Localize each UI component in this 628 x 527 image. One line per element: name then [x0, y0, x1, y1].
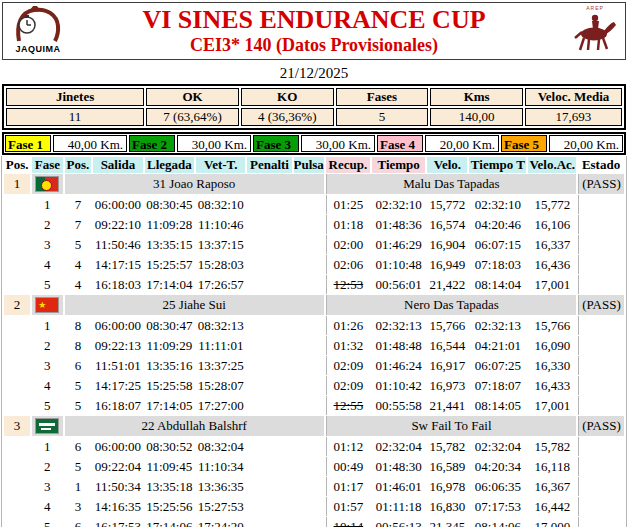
rider-row: 131 Joao RaposoMalu Das Tapadas(PASS) [4, 174, 624, 194]
phase-velo: 16,589 [427, 457, 467, 476]
phase-velo: 16,978 [427, 477, 467, 496]
phase-tiempo-total: 07:18:03 [469, 255, 526, 274]
phase-blank-pos [4, 396, 30, 415]
phase-recup: 12:55 [326, 396, 370, 415]
phase-number: 3 [32, 356, 62, 375]
rider-row: 322 Abdullah BalshrfSw Fail To Fail(PASS… [4, 416, 624, 436]
phase-pulsa [294, 195, 324, 214]
phase-tiempo-total: 07:17:53 [469, 497, 526, 516]
phase-salida: 11:50:34 [93, 477, 142, 496]
phase-recup: 01:32 [326, 336, 370, 355]
rider-flag-cell [32, 174, 62, 194]
phase-velo-acumulada: 16,330 [528, 356, 576, 375]
phase-salida: 09:22:10 [93, 215, 142, 234]
phase-pulsa [294, 316, 324, 335]
horse-name: Malu Das Tapadas [326, 174, 576, 194]
horse-rider-icon [572, 37, 618, 54]
phase-number: 2 [32, 215, 62, 234]
phase-position: 8 [65, 336, 92, 355]
phase-position: 6 [65, 517, 92, 527]
phase-velo: 15,766 [427, 316, 467, 335]
summary-header-kms: Kms [430, 88, 523, 106]
phase-recup: 02:06 [326, 255, 370, 274]
phase-vet-time: 17:27:00 [196, 396, 245, 415]
phase-penalti [247, 457, 291, 476]
summary-value-row: 11 7 (63,64%) 4 (36,36%) 5 140,00 17,693 [6, 108, 622, 126]
phase-velo-acumulada: 15,782 [528, 437, 576, 456]
summary-header-fases: Fases [336, 88, 429, 106]
event-subtitle: CEI3* 140 (Datos Provisionales) [3, 35, 625, 56]
phase-llegada: 15:25:56 [145, 497, 194, 516]
fase-1-label: Fase 1 [5, 135, 51, 152]
phase-velo: 21,422 [427, 275, 467, 294]
phase-llegada: 15:25:58 [145, 376, 194, 395]
summary-header-jinetes: Jinetes [6, 88, 144, 106]
column-header-velo-10: Velo. [427, 157, 467, 173]
phase-row: 2809:22:1311:09:2911:11:0101:3201:48:481… [4, 336, 624, 355]
phase-pulsa [294, 497, 324, 516]
phase-penalti [247, 316, 291, 335]
fase-5-label: Fase 5 [501, 135, 547, 152]
phase-recup: 01:57 [326, 497, 370, 516]
phase-recup: 02:00 [326, 235, 370, 254]
phase-pulsa [294, 517, 324, 527]
phase-velo-acumulada: 16,367 [528, 477, 576, 496]
rider-name: 22 Abdullah Balshrf [65, 416, 324, 436]
phase-position: 8 [65, 316, 92, 335]
results-table-body: Pos.FasePos.SalidaLlegadaVet-T.PenaltiPu… [4, 157, 624, 527]
phase-tiempo: 01:46:29 [372, 235, 426, 254]
jaquima-logo: JAQUIMA [8, 6, 68, 54]
phase-llegada: 08:30:47 [145, 316, 194, 335]
phase-number: 1 [32, 195, 62, 214]
phase-velo: 16,917 [427, 356, 467, 375]
phase-number: 5 [32, 396, 62, 415]
phase-salida: 16:18:07 [93, 396, 142, 415]
phase-tiempo-total: 04:20:46 [469, 215, 526, 234]
phase-tiempo-total: 02:32:04 [469, 437, 526, 456]
page: JAQUIMA VI SINES ENDURANCE CUP CEI3* 140… [2, 2, 626, 527]
phase-velo: 16,544 [427, 336, 467, 355]
phase-pulsa [294, 235, 324, 254]
phase-blank-pos [4, 376, 30, 395]
summary-header-row: Jinetes OK KO Fases Kms Veloc. Media [6, 88, 622, 106]
phase-penalti [247, 356, 291, 375]
phase-tiempo-total: 04:20:34 [469, 457, 526, 476]
phase-llegada: 15:25:57 [145, 255, 194, 274]
phase-estado [578, 255, 624, 274]
phase-number: 3 [32, 235, 62, 254]
phase-penalti [247, 275, 291, 294]
phase-llegada: 08:30:52 [145, 437, 194, 456]
phase-blank-pos [4, 235, 30, 254]
phase-pulsa [294, 477, 324, 496]
phase-velo-acumulada: 17,001 [528, 275, 576, 294]
phase-tiempo-total: 08:14:06 [469, 517, 526, 527]
phase-position: 3 [65, 497, 92, 516]
phase-recup: 01:12 [326, 437, 370, 456]
phase-velo-acumulada: 16,433 [528, 376, 576, 395]
summary-header-ko: KO [241, 88, 334, 106]
column-header-pos-2: Pos. [65, 157, 92, 173]
phase-velo: 21,345 [427, 517, 467, 527]
phase-pulsa [294, 396, 324, 415]
phase-velo: 16,574 [427, 215, 467, 234]
phase-tiempo: 01:46:01 [372, 477, 426, 496]
phase-salida: 11:50:46 [93, 235, 142, 254]
phase-penalti [247, 376, 291, 395]
china-flag-icon [35, 297, 59, 313]
phase-velo: 21,441 [427, 396, 467, 415]
summary-value-ok: 7 (63,64%) [146, 108, 239, 126]
rider-status: (PASS) [578, 416, 624, 436]
phase-llegada: 17:14:05 [145, 396, 194, 415]
phase-number: 4 [32, 497, 62, 516]
phase-recup: 01:25 [326, 195, 370, 214]
column-header-fase-1: Fase [32, 157, 62, 173]
phase-row: 4514:17:2515:25:5815:28:0702:0901:10:421… [4, 376, 624, 395]
phase-vet-time: 08:32:13 [196, 316, 245, 335]
phase-number: 5 [32, 275, 62, 294]
phase-row: 2709:22:1011:09:2811:10:4601:1801:48:361… [4, 215, 624, 234]
summary-table: Jinetes OK KO Fases Kms Veloc. Media 11 … [2, 84, 626, 130]
phase-tiempo: 02:32:13 [372, 316, 426, 335]
phase-salida: 16:17:53 [93, 517, 142, 527]
phase-salida: 14:17:15 [93, 255, 142, 274]
phase-row: 3511:50:4613:35:1513:37:1502:0001:46:291… [4, 235, 624, 254]
